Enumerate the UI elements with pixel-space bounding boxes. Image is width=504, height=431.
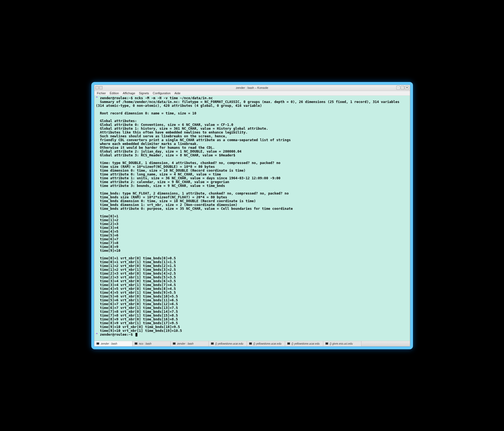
window-controls: ‐ ⬜ ✕ — [396, 86, 409, 90]
tab-label: zender : bash — [177, 342, 194, 345]
output-line: time[2]=3 vrt_nbr[0] time_bnds[4]=2.5 — [96, 272, 408, 275]
output-line: time[9]=10 vrt_nbr[0] time_bnds[18]=9.5 — [96, 325, 408, 329]
session-tab[interactable]: () yellowstone.ucar.edu — [209, 341, 247, 346]
output-line: time[1]=2 — [96, 218, 408, 222]
output-line: time[3]=4 vrt_nbr[1] time_bnds[7]=4.5 — [96, 283, 408, 287]
tab-label: nco : bash — [139, 342, 152, 345]
output-line — [96, 157, 408, 161]
output-line: time[4]=5 vrt_nbr[0] time_bnds[8]=4.5 — [96, 287, 408, 291]
tab-label: () yellowstone.ucar.edu — [215, 342, 243, 345]
tab-bar[interactable]: zender : bashnco : bashzender : bash() y… — [94, 341, 410, 346]
session-tab[interactable]: () yellowstone.ucar.edu — [285, 341, 323, 346]
output-line: time_bnds size (RAM) = 10*2*sizeof(NC_FL… — [96, 195, 408, 199]
session-tab[interactable]: nco : bash — [132, 341, 171, 346]
terminal-icon — [211, 342, 214, 345]
cursor — [135, 333, 137, 336]
output-line: Global attribute 1: history, size = 361 … — [96, 127, 408, 130]
prompt-host: zender@roulee:~$ — [100, 332, 135, 336]
konsole-window: zender : bash – Konsole ‐ ⬜ ✕ Fichier Éd… — [94, 85, 410, 347]
output-line: time[0]=1 vrt_nbr[1] time_bnds[1]=1.5 — [96, 260, 408, 264]
output-line — [96, 188, 408, 192]
output-line: Such newlines should serve as linebreaks… — [96, 134, 408, 138]
close-button[interactable]: ✕ — [405, 86, 409, 90]
output-line: time[6]=7 — [96, 237, 408, 241]
pin-icon[interactable] — [99, 86, 102, 89]
session-tab[interactable]: () yellowstone.ucar.edu — [247, 341, 285, 346]
session-tab[interactable]: zender : bash — [171, 341, 209, 346]
output-line: time[6]=7 vrt_nbr[0] time_bnds[12]=6.5 — [96, 302, 408, 306]
output-line: time[5]=6 vrt_nbr[0] time_bnds[10]=5.5 — [96, 295, 408, 298]
output-line: Attributes like this often have embedded… — [96, 130, 408, 134]
prompt-line-idle: ^ zender@roulee:~$ — [96, 333, 408, 336]
output-line: Root record dimension 0: name = time, si… — [96, 111, 408, 115]
menu-signets[interactable]: Signets — [139, 92, 149, 95]
output-line: time_bnds attribute 0: purpose, size = 3… — [96, 207, 408, 211]
output-line: time[5]=6 vrt_nbr[1] time_bnds[11]=6.5 — [96, 298, 408, 302]
output-line — [96, 211, 408, 214]
output-line: time[7]=8 vrt_nbr[1] time_bnds[15]=8.5 — [96, 314, 408, 317]
output-line: time[7]=8 — [96, 241, 408, 245]
output-line: time_bnds dimension 1: vrt_nbr, size = 2… — [96, 203, 408, 207]
terminal-icon — [135, 342, 137, 345]
output-line: time[1]=2 vrt_nbr[0] time_bnds[2]=1.5 — [96, 264, 408, 268]
output-line: Global attribute 0: Conventions, size = … — [96, 123, 408, 127]
terminal-icon — [325, 342, 328, 345]
terminal-icon — [287, 342, 290, 345]
output-line — [96, 108, 408, 111]
output-line: time[3]=4 — [96, 226, 408, 230]
output-line: time[2]=3 vrt_nbr[1] time_bnds[5]=3.5 — [96, 275, 408, 279]
output-line: friendly CDL converters print a single N… — [96, 138, 408, 142]
output-line: time[9]=10 — [96, 249, 408, 253]
output-line: time attribute 1: units, size = 36 NC_CH… — [96, 176, 408, 180]
menu-edition[interactable]: Édition — [110, 92, 119, 95]
menu-fichier[interactable]: Fichier — [97, 92, 106, 95]
output-line: time[8]=9 vrt_nbr[1] time_bnds[17]=9.5 — [96, 321, 408, 325]
output-line: Summary of /home/zender/nco/data/in.nc: … — [96, 100, 408, 108]
tab-label: () givre.ess.uci.edu — [330, 342, 353, 345]
output-line: time[2]=3 — [96, 222, 408, 226]
output-line: time attribute 3: bounds, size = 9 NC_CH… — [96, 184, 408, 188]
session-tab[interactable]: zender : bash — [94, 341, 132, 346]
output-line: time[8]=9 — [96, 245, 408, 249]
output-line: time[1]=2 vrt_nbr[1] time_bnds[3]=2.5 — [96, 268, 408, 272]
app-icon — [95, 86, 99, 89]
output-line: time attribute 2: calendar, size = 9 NC_… — [96, 180, 408, 184]
menu-aide[interactable]: Aide — [174, 92, 180, 95]
output-line: time[8]=9 vrt_nbr[0] time_bnds[16]=8.5 — [96, 317, 408, 321]
output-line: time size (RAM) = 10*sizeof(NC_DOUBLE) =… — [96, 165, 408, 169]
output-line: time[3]=4 vrt_nbr[0] time_bnds[6]=3.5 — [96, 279, 408, 283]
session-tab[interactable]: () givre.ess.uci.edu — [323, 341, 361, 346]
output-line: time dimension 0: time, size = 10 NC_DOU… — [96, 169, 408, 172]
menubar[interactable]: Fichier Édition Affichage Signets Config… — [94, 91, 410, 96]
output-line: time[5]=6 — [96, 233, 408, 237]
prompt-line: ^ zender@roulee:~$ ncks -M -m -H -v time… — [96, 96, 408, 100]
window-title: zender : bash – Konsole — [236, 86, 268, 89]
output-line: time[6]=7 vrt_nbr[1] time_bnds[13]=7.5 — [96, 306, 408, 310]
terminal-icon — [249, 342, 252, 345]
menu-configuration[interactable]: Configuration — [153, 92, 171, 95]
tab-label: () yellowstone.ucar.edu — [292, 342, 320, 345]
output-line: time[9]=10 vrt_nbr[1] time_bnds[19]=10.5 — [96, 329, 408, 333]
terminal-icon — [96, 342, 99, 345]
window-glow-border: zender : bash – Konsole ‐ ⬜ ✕ Fichier Éd… — [91, 82, 413, 349]
output-line — [96, 253, 408, 256]
output-line: Global attribute 2: julian_day, size = 1… — [96, 150, 408, 153]
output-line: time_bnds dimension 0: time, size = 10 N… — [96, 199, 408, 203]
prompt-caret: ^ — [96, 332, 100, 336]
output-line: time[4]=5 vrt_nbr[1] time_bnds[9]=5.5 — [96, 291, 408, 295]
menu-affichage[interactable]: Affichage — [123, 92, 135, 95]
output-line: Global attribute 3: RCS_Header, size = 8… — [96, 153, 408, 157]
output-line: time[0]=1 — [96, 214, 408, 218]
command-text: ncks -M -m -H -v time ~/nco/data/in.nc — [135, 96, 213, 100]
output-line: time attribute 0: long_name, size = 4 NC… — [96, 172, 408, 176]
titlebar[interactable]: zender : bash – Konsole ‐ ⬜ ✕ — [94, 85, 410, 91]
output-line: time[7]=8 vrt_nbr[0] time_bnds[14]=7.5 — [96, 310, 408, 314]
output-line: time[0]=1 vrt_nbr[0] time_bnds[0]=0.5 — [96, 256, 408, 260]
terminal-area[interactable]: ^ zender@roulee:~$ ncks -M -m -H -v time… — [94, 96, 410, 341]
tab-label: zender : bash — [101, 342, 117, 345]
output-line: where each embedded delimiter marks a li… — [96, 142, 408, 146]
maximize-button[interactable]: ⬜ — [401, 86, 405, 90]
output-line — [96, 115, 408, 119]
output-line: time: type NC_DOUBLE, 1 dimension, 4 att… — [96, 161, 408, 165]
minimize-button[interactable]: ‐ — [396, 86, 400, 90]
